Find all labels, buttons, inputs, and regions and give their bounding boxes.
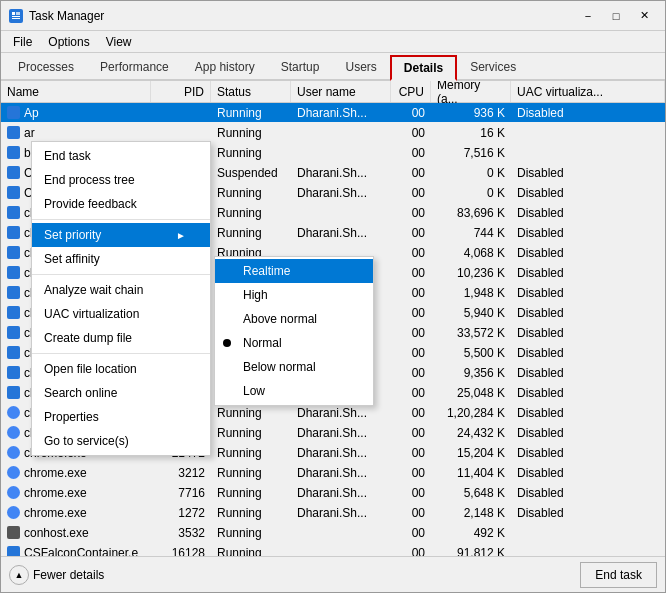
cm-end-process-tree[interactable]: End process tree <box>32 168 210 192</box>
cell-pid: 7716 <box>151 485 211 501</box>
cell-uac: Disabled <box>511 245 665 261</box>
col-pid[interactable]: PID <box>151 81 211 102</box>
cell-pid: 3532 <box>151 525 211 541</box>
cell-mem: 5,500 K <box>431 345 511 361</box>
cell-mem: 0 K <box>431 185 511 201</box>
cell-cpu: 00 <box>391 225 431 241</box>
table-row[interactable]: chrome.exe 1272 Running Dharani.Sh... 00… <box>1 503 665 523</box>
cm-search-online[interactable]: Search online <box>32 381 210 405</box>
cell-mem: 4,068 K <box>431 245 511 261</box>
menu-options[interactable]: Options <box>40 33 97 51</box>
menu-view[interactable]: View <box>98 33 140 51</box>
app-icon <box>9 9 23 23</box>
fewer-details-button[interactable]: ▲ Fewer details <box>9 565 104 585</box>
tab-details[interactable]: Details <box>390 55 457 81</box>
col-mem[interactable]: Memory (a... <box>431 81 511 102</box>
svg-rect-1 <box>16 12 20 15</box>
submenu-item-label: Above normal <box>243 312 317 326</box>
cell-name: chrome.exe <box>1 505 151 521</box>
submenu-item-high[interactable]: High <box>215 283 373 307</box>
cm-separator-3 <box>32 353 210 354</box>
tab-performance[interactable]: Performance <box>87 53 182 79</box>
cell-pid: 1272 <box>151 505 211 521</box>
cell-uac: Disabled <box>511 185 665 201</box>
cell-uac: Disabled <box>511 325 665 341</box>
process-icon <box>7 286 20 299</box>
submenu-item-low[interactable]: Low <box>215 379 373 403</box>
tab-users[interactable]: Users <box>332 53 389 79</box>
cell-uac: Disabled <box>511 385 665 401</box>
submenu-item-realtime[interactable]: Realtime <box>215 259 373 283</box>
tab-services[interactable]: Services <box>457 53 529 79</box>
cm-go-to-services[interactable]: Go to service(s) <box>32 429 210 453</box>
table-row[interactable]: chrome.exe 7716 Running Dharani.Sh... 00… <box>1 483 665 503</box>
cell-mem: 7,516 K <box>431 145 511 161</box>
minimize-button[interactable]: − <box>575 6 601 26</box>
cell-user: Dharani.Sh... <box>291 185 391 201</box>
process-icon <box>7 126 20 139</box>
submenu-item-label: Low <box>243 384 265 398</box>
task-manager-window: Task Manager − □ ✕ File Options View Pro… <box>0 0 666 593</box>
cell-name: ar <box>1 125 151 141</box>
table-row[interactable]: Ap Running Dharani.Sh... 00 936 K Disabl… <box>1 103 665 123</box>
cm-analyze-wait-chain[interactable]: Analyze wait chain <box>32 278 210 302</box>
submenu-priority: RealtimeHighAbove normalNormalBelow norm… <box>214 256 374 406</box>
cm-create-dump-file[interactable]: Create dump file <box>32 326 210 350</box>
cell-mem: 16 K <box>431 125 511 141</box>
table-row[interactable]: conhost.exe 3532 Running 00 492 K <box>1 523 665 543</box>
table-row[interactable]: chrome.exe 3212 Running Dharani.Sh... 00… <box>1 463 665 483</box>
cell-uac <box>511 152 665 154</box>
content-area: Name PID Status User name CPU Memory (a.… <box>1 81 665 556</box>
table-row[interactable]: CSFalconContainer.e 16128 Running 00 91,… <box>1 543 665 556</box>
menu-file[interactable]: File <box>5 33 40 51</box>
fewer-details-label: Fewer details <box>33 568 104 582</box>
close-button[interactable]: ✕ <box>631 6 657 26</box>
cm-uac-virtualization[interactable]: UAC virtualization <box>32 302 210 326</box>
cell-uac <box>511 552 665 554</box>
cm-properties[interactable]: Properties <box>32 405 210 429</box>
cm-separator-2 <box>32 274 210 275</box>
cell-uac: Disabled <box>511 165 665 181</box>
table-row[interactable]: ar Running 00 16 K <box>1 123 665 143</box>
cell-user: Dharani.Sh... <box>291 425 391 441</box>
cell-mem: 5,648 K <box>431 485 511 501</box>
col-user[interactable]: User name <box>291 81 391 102</box>
cm-open-file-location[interactable]: Open file location <box>32 357 210 381</box>
col-status[interactable]: Status <box>211 81 291 102</box>
cm-end-task[interactable]: End task <box>32 144 210 168</box>
col-cpu[interactable]: CPU <box>391 81 431 102</box>
cell-cpu: 00 <box>391 185 431 201</box>
tab-processes[interactable]: Processes <box>5 53 87 79</box>
process-name: CSFalconContainer.e <box>24 546 138 557</box>
cell-status: Running <box>211 225 291 241</box>
cell-uac <box>511 132 665 134</box>
cell-user: Dharani.Sh... <box>291 465 391 481</box>
cell-mem: 10,236 K <box>431 265 511 281</box>
cell-uac: Disabled <box>511 225 665 241</box>
title-bar-left: Task Manager <box>9 9 104 23</box>
end-task-button[interactable]: End task <box>580 562 657 588</box>
cell-uac: Disabled <box>511 485 665 501</box>
process-icon <box>7 486 20 499</box>
cm-set-priority[interactable]: Set priority ► <box>32 223 210 247</box>
process-name: conhost.exe <box>24 526 89 540</box>
process-icon <box>7 306 20 319</box>
tab-app-history[interactable]: App history <box>182 53 268 79</box>
cell-cpu: 00 <box>391 245 431 261</box>
submenu-item-label: Realtime <box>243 264 290 278</box>
bottom-bar: ▲ Fewer details End task <box>1 556 665 592</box>
cm-set-affinity[interactable]: Set affinity <box>32 247 210 271</box>
table-header: Name PID Status User name CPU Memory (a.… <box>1 81 665 103</box>
cm-provide-feedback[interactable]: Provide feedback <box>32 192 210 216</box>
col-uac[interactable]: UAC virtualiza... <box>511 81 665 102</box>
cell-user <box>291 132 391 134</box>
submenu-item-above-normal[interactable]: Above normal <box>215 307 373 331</box>
maximize-button[interactable]: □ <box>603 6 629 26</box>
tab-startup[interactable]: Startup <box>268 53 333 79</box>
cell-status: Running <box>211 525 291 541</box>
submenu-item-normal[interactable]: Normal <box>215 331 373 355</box>
process-name: chrome.exe <box>24 506 87 520</box>
col-name[interactable]: Name <box>1 81 151 102</box>
process-icon <box>7 226 20 239</box>
submenu-item-below-normal[interactable]: Below normal <box>215 355 373 379</box>
